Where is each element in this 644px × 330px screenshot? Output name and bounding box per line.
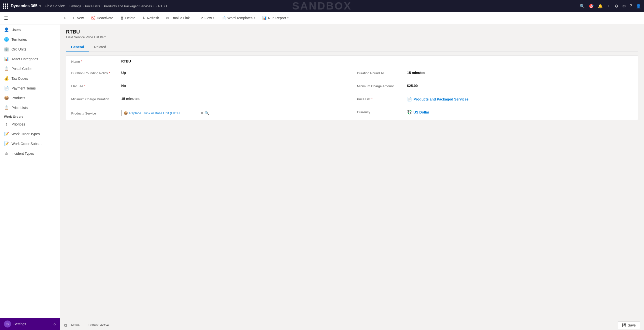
waffle-icon[interactable] — [3, 4, 8, 9]
lookup-product-value: Replace Trunk or Base Unit (Flat H... — [129, 111, 199, 115]
delete-button[interactable]: 🗑 Delete — [117, 14, 138, 22]
bell-icon[interactable]: 🔔 — [598, 4, 603, 8]
duration-rounding-value: Up — [121, 71, 347, 75]
settings-icon[interactable]: ⚙ — [622, 4, 626, 8]
status-bar-icon: ⧉ — [64, 323, 67, 328]
target-icon[interactable]: 🎯 — [589, 4, 594, 8]
breadcrumb-price-lists[interactable]: Price Lists — [85, 4, 100, 8]
currency-value[interactable]: 💱 US Dollar — [407, 110, 633, 114]
price-list-row: Price List * 📄 Products and Packaged Ser… — [352, 93, 638, 106]
sidebar-hamburger[interactable]: ☰ — [0, 12, 60, 25]
sidebar-label-incident-types: Incident Types — [12, 152, 34, 156]
payment-terms-icon: 📄 — [4, 86, 9, 90]
lookup-search-button[interactable]: 🔍 — [205, 111, 209, 115]
form-left-col: Duration Rounding Policy * Up Flat Fee * — [66, 67, 352, 120]
flow-icon: ↗ — [200, 16, 203, 20]
sidebar-item-territories[interactable]: 🌐 Territories — [0, 34, 60, 44]
new-icon: ＋ — [72, 16, 76, 20]
duration-rounding-label: Duration Rounding Policy * — [71, 71, 121, 75]
sidebar-label-asset-categories: Asset Categories — [12, 57, 38, 61]
sep3: › — [153, 4, 154, 8]
run-report-icon: 📊 — [262, 16, 267, 20]
word-templates-button[interactable]: 📄 Word Templates ▾ — [218, 14, 258, 22]
filter-icon[interactable]: ⚙ — [615, 4, 618, 8]
sidebar-settings[interactable]: S Settings ◇ — [0, 318, 60, 330]
sidebar-item-work-order-types[interactable]: 📝 Work Order Types — [0, 129, 60, 139]
product-service-row: Product / Service 📦 Replace Trunk or Bas… — [66, 106, 352, 120]
top-nav: Dynamics 365 ∨ Field Service Settings › … — [0, 0, 644, 12]
sidebar-bottom-label: Settings — [14, 322, 26, 326]
name-row: Name * RTBU — [66, 56, 638, 67]
flat-fee-label: Flat Fee * — [71, 84, 121, 88]
flat-fee-value: No — [121, 84, 347, 88]
refresh-label: Refresh — [147, 16, 159, 20]
sidebar-item-postal-codes[interactable]: 📋 Postal Codes — [0, 64, 60, 74]
sidebar-item-products[interactable]: 📦 Products — [0, 93, 60, 103]
word-templates-icon: 📄 — [221, 16, 226, 20]
duration-round-to-value: 15 minutes — [407, 71, 633, 75]
breadcrumb-rtbu[interactable]: RTBU — [158, 4, 167, 8]
status-bar: ⧉ Active | Status: Active 💾 Save — [60, 320, 644, 330]
app-name: Field Service — [45, 4, 65, 8]
lookup-clear-button[interactable]: ✕ — [201, 111, 203, 115]
deactivate-button[interactable]: 🚫 Deactivate — [88, 14, 116, 22]
products-icon: 📦 — [4, 96, 9, 100]
brand-chevron[interactable]: ∨ — [39, 4, 41, 8]
asset-categories-icon: 📊 — [4, 56, 9, 61]
brand[interactable]: Dynamics 365 ∨ — [11, 4, 41, 8]
avatar: S — [4, 320, 11, 328]
back-icon[interactable]: ○ — [64, 15, 67, 20]
breadcrumb-products[interactable]: Products and Packaged Services — [104, 4, 152, 8]
price-list-link-icon: 📄 — [407, 97, 412, 102]
duration-round-to-label: Duration Round To — [357, 71, 407, 75]
status-item: Status: Active — [88, 323, 109, 327]
currency-row: Currency 💱 US Dollar — [352, 106, 638, 119]
new-button[interactable]: ＋ New — [69, 14, 87, 22]
lookup-product-icon: 📦 — [124, 111, 128, 115]
flow-chevron: ▾ — [213, 16, 214, 19]
run-report-button[interactable]: 📊 Run Report ▾ — [259, 14, 292, 22]
sidebar-item-incident-types[interactable]: ⚠ Incident Types — [0, 148, 60, 158]
sidebar-item-work-order-subst[interactable]: 📝 Work Order Subst... — [0, 139, 60, 148]
currency-link-icon: 💱 — [407, 110, 412, 114]
sidebar-item-asset-categories[interactable]: 📊 Asset Categories — [0, 54, 60, 64]
refresh-button[interactable]: ↻ Refresh — [140, 14, 162, 22]
sidebar-label-price-lists: Price Lists — [12, 106, 28, 110]
sidebar-label-products: Products — [12, 96, 25, 100]
sep1: › — [83, 4, 84, 8]
save-button[interactable]: 💾 Save — [618, 322, 640, 329]
sidebar-label-work-order-types: Work Order Types — [12, 132, 40, 136]
status-separator: | — [84, 323, 84, 327]
save-icon: 💾 — [622, 323, 626, 327]
breadcrumb-settings[interactable]: Settings — [70, 4, 81, 8]
email-link-button[interactable]: ✉ Email a Link — [163, 14, 193, 22]
sidebar-label-territories: Territories — [12, 38, 27, 42]
sep2: › — [102, 4, 102, 8]
sidebar: ☰ 👤 Users 🌐 Territories 🏢 Org Units 📊 As… — [0, 12, 60, 330]
delete-label: Delete — [125, 16, 135, 20]
tab-general[interactable]: General — [66, 43, 89, 52]
delete-icon: 🗑 — [120, 16, 124, 20]
user-icon[interactable]: 👤 — [636, 4, 641, 8]
product-service-lookup[interactable]: 📦 Replace Trunk or Base Unit (Flat H... … — [121, 110, 211, 116]
price-list-value[interactable]: 📄 Products and Packaged Services — [407, 97, 633, 102]
plus-icon[interactable]: ＋ — [607, 4, 611, 9]
settings-chevron: ◇ — [54, 322, 56, 326]
word-templates-chevron: ▾ — [254, 16, 255, 19]
sidebar-item-payment-terms[interactable]: 📄 Payment Terms — [0, 83, 60, 93]
email-icon: ✉ — [166, 16, 170, 20]
help-icon[interactable]: ? — [630, 4, 632, 8]
sidebar-item-users[interactable]: 👤 Users — [0, 25, 60, 34]
work-order-types-icon: 📝 — [4, 132, 9, 136]
flow-button[interactable]: ↗ Flow ▾ — [197, 14, 218, 22]
sidebar-item-priorities[interactable]: ↕ Priorities — [0, 120, 60, 129]
sidebar-label-org-units: Org Units — [12, 47, 26, 51]
sidebar-item-price-lists[interactable]: 📋 Price Lists — [0, 103, 60, 112]
sidebar-item-tax-codes[interactable]: 💰 Tax Codes — [0, 74, 60, 83]
tab-related[interactable]: Related — [89, 43, 111, 52]
name-label: Name * — [71, 59, 121, 64]
page-header: RTBU Field Service Price List Item — [66, 29, 638, 39]
search-icon[interactable]: 🔍 — [580, 4, 585, 8]
sidebar-item-org-units[interactable]: 🏢 Org Units — [0, 44, 60, 54]
flat-fee-required: * — [84, 84, 86, 88]
